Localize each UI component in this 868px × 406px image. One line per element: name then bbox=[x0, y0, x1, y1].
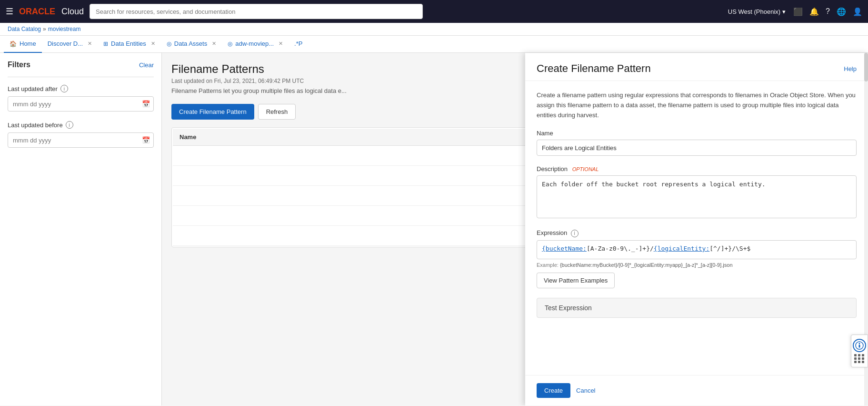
info-icon-after[interactable]: i bbox=[60, 85, 68, 92]
filter-group-after: Last updated after i 📅 bbox=[8, 85, 154, 112]
create-filename-pattern-button[interactable]: Create Filename Pattern bbox=[171, 104, 254, 120]
tab-adw-moviep[interactable]: ◎ adw-moviep... ✕ bbox=[222, 36, 289, 53]
panel-header: Create Filename Pattern Help bbox=[525, 53, 868, 81]
globe-icon[interactable]: 🌐 bbox=[837, 7, 846, 16]
tab-close-adw[interactable]: ✕ bbox=[279, 41, 283, 47]
adw-icon: ◎ bbox=[228, 41, 232, 47]
date-after-input[interactable] bbox=[8, 96, 154, 112]
form-group-description: Description OPTIONAL Each folder off the… bbox=[537, 165, 857, 220]
breadcrumb-data-catalog[interactable]: Data Catalog bbox=[8, 26, 41, 32]
breadcrumb-moviestream[interactable]: moviestream bbox=[48, 26, 81, 32]
calendar-after-icon[interactable]: 📅 bbox=[142, 100, 150, 108]
create-button[interactable]: Create bbox=[537, 383, 570, 398]
oracle-logo: ORACLE Cloud bbox=[19, 7, 84, 17]
svg-point-1 bbox=[859, 343, 860, 345]
expression-label: Expression i bbox=[537, 229, 857, 237]
panel-footer: Create Cancel bbox=[525, 375, 868, 406]
expr-slash: }/ bbox=[646, 245, 654, 252]
expr-bucket-regex: [A-Za-z0-9\._-]+ bbox=[587, 245, 646, 252]
sidebar-header: Filters Clear bbox=[8, 61, 154, 69]
date-before-input-wrap: 📅 bbox=[8, 132, 154, 148]
global-search-input[interactable] bbox=[90, 4, 423, 19]
tabs-bar: 🏠 Home Discover D... ✕ ⊞ Data Entities ✕… bbox=[0, 36, 868, 53]
panel-scrollbar-thumb[interactable] bbox=[864, 53, 868, 81]
filter-divider bbox=[8, 77, 154, 77]
last-updated-before-label: Last updated before i bbox=[8, 121, 154, 129]
description-label: Description OPTIONAL bbox=[537, 165, 857, 173]
bell-icon[interactable]: 🔔 bbox=[809, 7, 819, 16]
nav-icons: ⬛ 🔔 ? 🌐 👤 bbox=[793, 7, 862, 16]
tab-close-discover[interactable]: ✕ bbox=[88, 41, 92, 47]
last-updated-after-label: Last updated after i bbox=[8, 85, 154, 92]
description-textarea[interactable]: Each folder off the bucket root represen… bbox=[537, 175, 857, 218]
tab-pattern[interactable]: .*P bbox=[289, 36, 308, 53]
panel-title: Create Filename Pattern bbox=[537, 62, 651, 75]
main-layout: Filters Clear Last updated after i 📅 Las… bbox=[0, 53, 868, 406]
tab-home[interactable]: 🏠 Home bbox=[4, 36, 42, 53]
home-icon: 🏠 bbox=[10, 41, 17, 47]
help-widget bbox=[851, 335, 868, 367]
region-selector[interactable]: US West (Phoenix) ▾ bbox=[728, 8, 786, 15]
clear-filters-link[interactable]: Clear bbox=[139, 61, 154, 69]
breadcrumb: Data Catalog » moviestream bbox=[0, 23, 868, 36]
panel-help-link[interactable]: Help bbox=[844, 65, 857, 72]
form-group-expression: Expression i {bucketName:[A-Za-z0-9\._-]… bbox=[537, 229, 857, 288]
expr-entity-regex: [^/]+ bbox=[709, 245, 728, 252]
calendar-before-icon[interactable]: 📅 bbox=[142, 136, 150, 144]
nav-right: US West (Phoenix) ▾ ⬛ 🔔 ? 🌐 👤 bbox=[728, 7, 862, 16]
tab-data-entities[interactable]: ⊞ Data Entities ✕ bbox=[98, 36, 161, 53]
expression-info-icon[interactable]: i bbox=[571, 230, 579, 237]
terminal-icon[interactable]: ⬛ bbox=[793, 7, 803, 16]
svg-rect-2 bbox=[859, 345, 860, 348]
asset-icon: ◎ bbox=[167, 41, 171, 47]
info-icon-before[interactable]: i bbox=[66, 121, 73, 129]
name-label: Name bbox=[537, 130, 857, 137]
filter-group-before: Last updated before i 📅 bbox=[8, 121, 154, 148]
expr-logical-entity[interactable]: {logicalEntity: bbox=[654, 245, 709, 252]
panel-intro-text: Create a filename pattern using regular … bbox=[537, 91, 857, 120]
test-expression-section: Test Expression bbox=[537, 298, 857, 318]
expr-bucket-name[interactable]: {bucketName: bbox=[542, 245, 587, 252]
user-avatar-icon[interactable]: 👤 bbox=[853, 7, 862, 16]
top-navigation: ☰ ORACLE Cloud US West (Phoenix) ▾ ⬛ 🔔 ?… bbox=[0, 0, 868, 23]
chevron-down-icon: ▾ bbox=[782, 8, 786, 15]
name-input[interactable] bbox=[537, 140, 857, 156]
expression-display[interactable]: {bucketName:[A-Za-z0-9\._-]+}/{logicalEn… bbox=[537, 240, 857, 259]
sidebar-filters: Filters Clear Last updated after i 📅 Las… bbox=[0, 53, 162, 406]
refresh-button[interactable]: Refresh bbox=[258, 104, 296, 120]
test-expression-title: Test Expression bbox=[545, 304, 848, 312]
help-widget-icon[interactable] bbox=[853, 339, 866, 352]
view-pattern-examples-button[interactable]: View Pattern Examples bbox=[537, 273, 615, 288]
tab-discover[interactable]: Discover D... ✕ bbox=[42, 36, 98, 53]
tab-close-data-entities[interactable]: ✕ bbox=[151, 41, 155, 47]
help-icon[interactable]: ? bbox=[826, 7, 830, 16]
tab-close-data-assets[interactable]: ✕ bbox=[212, 41, 216, 47]
date-after-input-wrap: 📅 bbox=[8, 96, 154, 112]
form-group-name: Name bbox=[537, 130, 857, 156]
expression-example: Example: {bucketName:myBucket}/[0-9]*_{l… bbox=[537, 262, 857, 268]
panel-body: Create a filename pattern using regular … bbox=[525, 81, 868, 375]
hamburger-menu-icon[interactable]: ☰ bbox=[6, 6, 13, 17]
tab-data-assets[interactable]: ◎ Data Assets ✕ bbox=[161, 36, 222, 53]
date-before-input[interactable] bbox=[8, 132, 154, 148]
help-widget-dots[interactable] bbox=[854, 354, 865, 363]
expr-suffix: }/\S+$ bbox=[728, 245, 750, 252]
filters-title: Filters bbox=[8, 61, 30, 69]
grid-icon: ⊞ bbox=[103, 41, 108, 47]
create-filename-pattern-panel: Create Filename Pattern Help Create a fi… bbox=[525, 53, 868, 406]
cancel-link[interactable]: Cancel bbox=[576, 387, 595, 394]
